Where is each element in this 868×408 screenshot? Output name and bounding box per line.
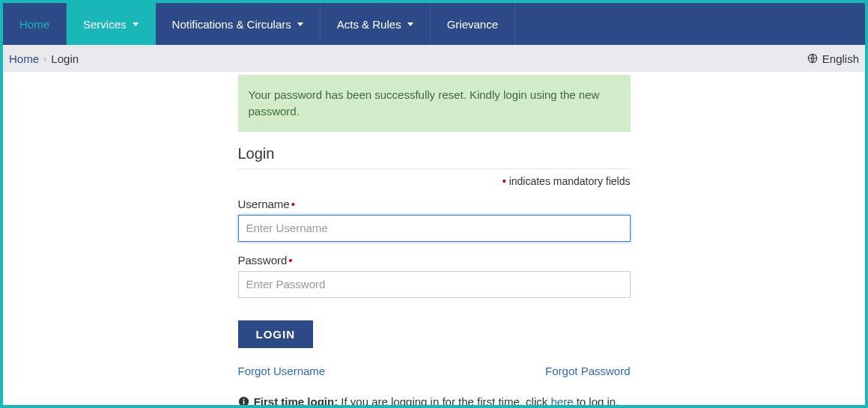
first-time-label: First time login:	[254, 395, 339, 406]
breadcrumb-separator: ›	[43, 53, 46, 64]
nav-notifications[interactable]: Notifications & Circulars	[156, 3, 321, 45]
password-group: Password•	[238, 254, 631, 298]
username-label-text: Username	[238, 198, 290, 210]
required-indicator-icon: •	[503, 175, 506, 187]
password-label: Password•	[238, 254, 293, 267]
username-input[interactable]	[238, 215, 631, 242]
first-time-text-before: If you are logging in for the first time…	[338, 395, 550, 406]
breadcrumb: Home › Login	[9, 52, 79, 65]
language-label: English	[822, 52, 859, 65]
main-content: Your password has been successfully rese…	[3, 72, 865, 405]
breadcrumb-current: Login	[51, 52, 79, 65]
required-star-icon: •	[288, 254, 292, 267]
chevron-down-icon	[407, 22, 413, 26]
globe-icon	[807, 53, 818, 64]
required-star-icon: •	[291, 198, 295, 210]
main-nav: Home Services Notifications & Circulars …	[3, 3, 865, 45]
nav-acts[interactable]: Acts & Rules	[321, 3, 431, 45]
nav-services-label: Services	[83, 18, 127, 31]
subbar: Home › Login English	[3, 45, 865, 72]
first-time-note: First time login: If you are logging in …	[238, 394, 631, 406]
svg-rect-2	[243, 401, 244, 404]
password-label-text: Password	[238, 254, 288, 267]
chevron-down-icon	[297, 22, 303, 26]
svg-rect-3	[243, 398, 244, 400]
language-selector[interactable]: English	[807, 52, 859, 65]
forgot-username-link[interactable]: Forgot Username	[238, 365, 326, 377]
nav-grievance[interactable]: Grievance	[431, 3, 515, 45]
first-time-text-after: to log in.	[574, 395, 619, 406]
nav-notifications-label: Notifications & Circulars	[172, 18, 291, 31]
nav-home[interactable]: Home	[3, 3, 67, 45]
success-alert: Your password has been successfully rese…	[238, 75, 631, 132]
mandatory-note: • indicates mandatory fields	[238, 175, 631, 187]
nav-services[interactable]: Services	[67, 3, 156, 45]
chevron-down-icon	[133, 22, 139, 26]
forgot-links-row: Forgot Username Forgot Password	[238, 365, 631, 377]
page-title: Login	[238, 145, 631, 169]
info-icon	[238, 396, 249, 406]
login-button[interactable]: LOGIN	[238, 320, 314, 348]
nav-acts-label: Acts & Rules	[337, 18, 401, 31]
forgot-password-link[interactable]: Forgot Password	[545, 365, 630, 377]
nav-home-label: Home	[19, 18, 49, 31]
password-input[interactable]	[238, 271, 631, 298]
first-time-here-link[interactable]: here	[550, 395, 573, 406]
username-label: Username•	[238, 198, 295, 210]
mandatory-note-text: indicates mandatory fields	[509, 175, 631, 187]
breadcrumb-home[interactable]: Home	[9, 52, 39, 65]
nav-grievance-label: Grievance	[447, 18, 498, 31]
username-group: Username•	[238, 198, 631, 242]
